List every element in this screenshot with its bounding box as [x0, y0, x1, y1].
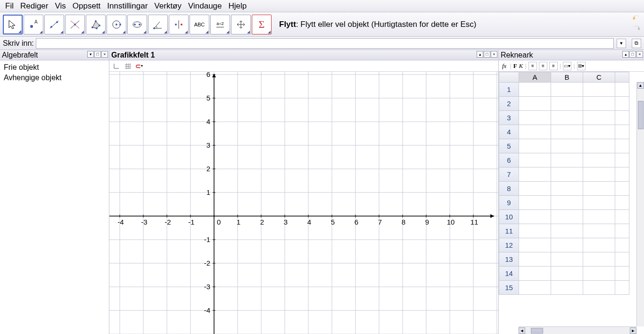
- cell-A7[interactable]: [519, 167, 551, 182]
- snap-toggle[interactable]: ⊂▾: [135, 62, 143, 70]
- tool-polygon[interactable]: [86, 15, 106, 34]
- spreadsheet-vscroll[interactable]: ▲: [636, 82, 644, 326]
- cell-A14[interactable]: [519, 267, 551, 281]
- cell-C10[interactable]: [583, 210, 615, 224]
- algebra-window[interactable]: □: [94, 51, 101, 58]
- cell-A10[interactable]: [519, 210, 551, 224]
- tool-angle[interactable]: [148, 15, 168, 34]
- graphics-toggle[interactable]: ▴: [477, 51, 483, 58]
- cell-B3[interactable]: [551, 111, 583, 125]
- align-center-button[interactable]: ≡: [539, 62, 547, 70]
- cell-B6[interactable]: [551, 153, 583, 167]
- tool-slider[interactable]: a=2: [210, 15, 230, 34]
- cell-C5[interactable]: [583, 139, 615, 153]
- axes-toggle[interactable]: [112, 62, 121, 70]
- scroll-right[interactable]: ►: [630, 327, 636, 334]
- redo-icon[interactable]: [632, 25, 641, 33]
- cell-A2[interactable]: [519, 97, 551, 111]
- cell-B14[interactable]: [551, 267, 583, 281]
- row-header-4[interactable]: 4: [499, 125, 519, 139]
- cell-B2[interactable]: [551, 97, 583, 111]
- cell-C13[interactable]: [583, 252, 615, 267]
- italic-button[interactable]: K: [519, 62, 523, 70]
- tool-sum[interactable]: Σ: [252, 15, 272, 34]
- cell-B4[interactable]: [551, 125, 583, 139]
- menu-hjelp[interactable]: Hjelp: [225, 1, 250, 11]
- scroll-up[interactable]: ▲: [637, 82, 644, 89]
- command-input[interactable]: [36, 38, 614, 49]
- menu-fil[interactable]: Fil: [2, 1, 17, 11]
- algebra-close[interactable]: ×: [101, 51, 108, 58]
- spreadsheet-window[interactable]: □: [629, 51, 636, 58]
- menu-vindauge[interactable]: Vindauge: [185, 1, 225, 11]
- col-header-B[interactable]: B: [551, 72, 583, 83]
- graphics-window[interactable]: □: [484, 51, 490, 58]
- cell-B13[interactable]: [551, 252, 583, 267]
- vscroll-thumb[interactable]: [638, 101, 644, 129]
- row-header-8[interactable]: 8: [499, 182, 519, 196]
- spreadsheet-hscroll[interactable]: ◄ ►: [519, 326, 636, 334]
- cell-A12[interactable]: [519, 238, 551, 252]
- cell-A1[interactable]: [519, 83, 551, 97]
- cell-C4[interactable]: [583, 125, 615, 139]
- graphics-canvas[interactable]: -4-3-2-101234567891011654321-1-2-3-4: [109, 72, 498, 334]
- fx-label[interactable]: fx: [501, 62, 508, 70]
- row-header-5[interactable]: 5: [499, 139, 519, 153]
- cell-A5[interactable]: [519, 139, 551, 153]
- tool-move[interactable]: [3, 15, 23, 34]
- cell-C7[interactable]: [583, 167, 615, 182]
- hscroll-thumb[interactable]: [531, 328, 543, 334]
- cell-C6[interactable]: [583, 153, 615, 167]
- tool-reflect[interactable]: [169, 15, 189, 34]
- cell-A4[interactable]: [519, 125, 551, 139]
- spreadsheet-close[interactable]: ×: [636, 51, 643, 58]
- tool-point[interactable]: A: [24, 15, 43, 34]
- cell-B9[interactable]: [551, 196, 583, 210]
- align-left-button[interactable]: ≡: [528, 62, 537, 70]
- cell-C15[interactable]: [583, 281, 615, 295]
- cell-A15[interactable]: [519, 281, 551, 295]
- menu-rediger[interactable]: Rediger: [17, 1, 52, 11]
- scroll-left[interactable]: ◄: [519, 327, 525, 334]
- cell-B12[interactable]: [551, 238, 583, 252]
- tool-perpendicular[interactable]: [65, 15, 85, 34]
- cell-A9[interactable]: [519, 196, 551, 210]
- menu-verktoy[interactable]: Verktøy: [151, 1, 185, 11]
- bold-button[interactable]: F: [513, 62, 517, 70]
- cell-B1[interactable]: [551, 83, 583, 97]
- cell-B10[interactable]: [551, 210, 583, 224]
- cell-C12[interactable]: [583, 238, 615, 252]
- border-button[interactable]: ⊞▾: [577, 62, 586, 70]
- row-header-9[interactable]: 9: [499, 196, 519, 210]
- row-header-6[interactable]: 6: [499, 153, 519, 167]
- tool-line[interactable]: [44, 15, 64, 34]
- cell-C14[interactable]: [583, 267, 615, 281]
- row-header-15[interactable]: 15: [499, 281, 519, 295]
- grid-toggle[interactable]: [124, 62, 132, 70]
- spreadsheet-toggle[interactable]: ▴: [622, 51, 629, 58]
- cell-A3[interactable]: [519, 111, 551, 125]
- input-history-dropdown[interactable]: ▾: [617, 39, 626, 48]
- menu-vis[interactable]: Vis: [52, 1, 69, 11]
- cell-B8[interactable]: [551, 182, 583, 196]
- cell-A11[interactable]: [519, 224, 551, 238]
- cell-B15[interactable]: [551, 281, 583, 295]
- cell-A6[interactable]: [519, 153, 551, 167]
- col-header-A[interactable]: A: [519, 72, 551, 83]
- cell-B5[interactable]: [551, 139, 583, 153]
- tool-ellipse[interactable]: [127, 15, 147, 34]
- col-header-C[interactable]: C: [583, 72, 615, 83]
- undo-icon[interactable]: [632, 14, 641, 23]
- row-header-2[interactable]: 2: [499, 97, 519, 111]
- row-header-13[interactable]: 13: [499, 252, 519, 267]
- cell-C2[interactable]: [583, 97, 615, 111]
- cell-C9[interactable]: [583, 196, 615, 210]
- row-header-7[interactable]: 7: [499, 167, 519, 182]
- graphics-close[interactable]: ×: [491, 51, 497, 58]
- algebra-toggle[interactable]: ▾: [87, 51, 94, 58]
- cell-C11[interactable]: [583, 224, 615, 238]
- menu-oppsett[interactable]: Oppsett: [69, 1, 104, 11]
- cell-C8[interactable]: [583, 182, 615, 196]
- spreadsheet-table[interactable]: ABC123456789101112131415: [499, 72, 629, 295]
- row-header-11[interactable]: 11: [499, 224, 519, 238]
